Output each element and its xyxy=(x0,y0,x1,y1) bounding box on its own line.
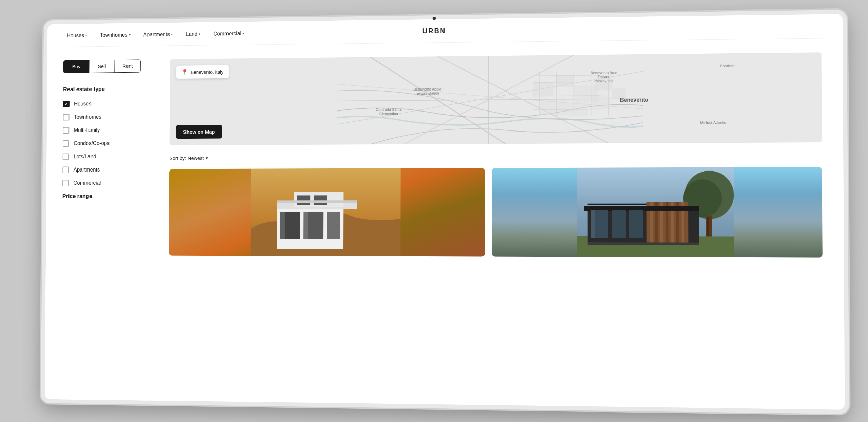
checkbox-commercial[interactable] xyxy=(62,180,69,186)
chevron-down-icon: ▾ xyxy=(129,33,131,36)
checkbox-townhomes[interactable] xyxy=(63,114,70,120)
screen: Houses ▾ Townhomes ▾ Apartments ▾ Land ▾… xyxy=(45,14,845,410)
filter-townhomes[interactable]: Townhomes xyxy=(63,113,134,120)
filter-label-multifamily: Multi-family xyxy=(74,127,100,133)
svg-rect-8 xyxy=(533,82,553,96)
svg-rect-15 xyxy=(591,95,610,109)
tab-buy[interactable]: Buy xyxy=(64,60,90,73)
property-cards-row xyxy=(169,167,823,257)
chevron-down-icon: ▾ xyxy=(171,32,173,36)
tab-rent[interactable]: Rent xyxy=(115,60,140,72)
price-range-title: Price range xyxy=(62,193,134,200)
filter-section-title: Real estate type xyxy=(63,85,134,93)
mode-tabs: Buy Sell Rent xyxy=(63,59,141,73)
filter-land[interactable]: Lots/Land xyxy=(63,153,134,160)
filter-label-townhomes: Townhomes xyxy=(74,114,101,120)
checkbox-houses[interactable] xyxy=(63,101,70,107)
sidebar: Buy Sell Rent Real estate type Houses To… xyxy=(45,46,151,400)
map-svg xyxy=(170,52,822,145)
location-pin-icon: 📍 xyxy=(181,69,188,75)
chevron-down-icon: ▾ xyxy=(206,156,208,160)
filter-label-houses: Houses xyxy=(74,101,92,107)
filter-commercial[interactable]: Commercial xyxy=(62,180,133,186)
svg-rect-52 xyxy=(584,206,699,210)
location-badge: 📍 Benevento, Italy xyxy=(176,65,229,79)
chevron-down-icon: ▾ xyxy=(85,33,87,37)
svg-rect-56 xyxy=(591,210,595,238)
svg-rect-11 xyxy=(539,99,567,115)
svg-rect-58 xyxy=(588,242,699,245)
nav-item-apartments[interactable]: Apartments ▾ xyxy=(143,31,173,38)
nav-item-houses[interactable]: Houses ▾ xyxy=(67,32,87,38)
svg-rect-13 xyxy=(594,78,612,91)
property-image-2 xyxy=(492,167,823,257)
checkbox-apartments[interactable] xyxy=(62,166,69,173)
nav-label-apartments: Apartments xyxy=(143,31,170,38)
filter-multifamily[interactable]: Multi-family xyxy=(63,126,134,134)
filter-houses[interactable]: Houses xyxy=(63,100,134,107)
nav-label-townhomes: Townhomes xyxy=(100,32,127,38)
filter-label-apartments: Apartments xyxy=(74,167,100,173)
filter-apartments[interactable]: Apartments xyxy=(62,166,133,173)
show-map-button[interactable]: Show on Map xyxy=(176,125,222,139)
property-image-1 xyxy=(169,168,485,256)
svg-rect-33 xyxy=(314,195,327,205)
filter-label-land: Lots/Land xyxy=(74,154,96,160)
content-area: Benevento Benevento Appiarailway station… xyxy=(148,38,845,409)
monitor: Houses ▾ Townhomes ▾ Apartments ▾ Land ▾… xyxy=(41,9,849,414)
nav-item-townhomes[interactable]: Townhomes ▾ xyxy=(100,32,131,38)
svg-rect-36 xyxy=(303,212,308,239)
map-container: Benevento Benevento Appiarailway station… xyxy=(170,52,822,145)
svg-rect-31 xyxy=(327,212,340,239)
filter-label-condos: Condos/Co-ops xyxy=(74,140,110,146)
main-content: Buy Sell Rent Real estate type Houses To… xyxy=(45,38,845,409)
svg-rect-14 xyxy=(612,88,626,99)
svg-rect-35 xyxy=(280,212,285,239)
nav-label-houses: Houses xyxy=(67,32,84,38)
checkbox-land[interactable] xyxy=(63,153,69,160)
svg-rect-32 xyxy=(297,195,310,205)
svg-rect-55 xyxy=(629,210,643,238)
svg-rect-34 xyxy=(277,200,357,203)
nav-label-commercial: Commercial xyxy=(213,30,241,37)
property-card-2[interactable] xyxy=(492,167,823,257)
checkbox-multifamily[interactable] xyxy=(63,127,69,134)
nav-item-land[interactable]: Land ▾ xyxy=(186,31,200,37)
location-text: Benevento, Italy xyxy=(191,69,223,75)
nav-label-land: Land xyxy=(186,31,197,37)
svg-rect-9 xyxy=(557,75,574,87)
nav-item-commercial[interactable]: Commercial ▾ xyxy=(213,30,244,37)
chevron-down-icon: ▾ xyxy=(199,32,200,36)
sort-label: Sort by: Newest xyxy=(169,155,204,161)
tab-sell[interactable]: Sell xyxy=(89,60,115,73)
brand-logo: URBN xyxy=(422,27,446,35)
checkbox-condos[interactable] xyxy=(63,140,69,147)
filter-condos[interactable]: Condos/Co-ops xyxy=(63,140,134,146)
filter-label-commercial: Commercial xyxy=(73,180,101,186)
sort-bar[interactable]: Sort by: Newest ▾ xyxy=(169,153,822,161)
svg-rect-57 xyxy=(588,203,647,205)
chevron-down-icon: ▾ xyxy=(243,31,244,35)
property-card-1[interactable] xyxy=(169,168,485,256)
camera-dot xyxy=(433,16,436,20)
svg-rect-54 xyxy=(612,210,626,238)
